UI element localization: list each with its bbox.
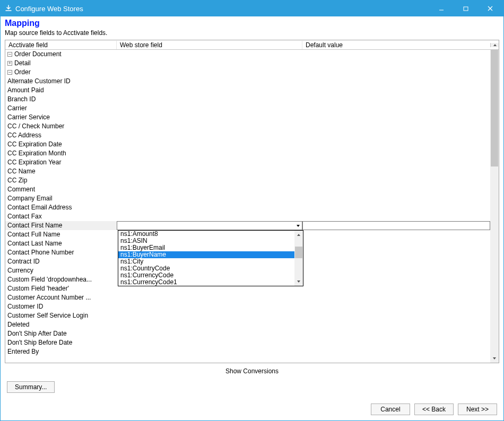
column-header-acctivate[interactable]: Acctivate field <box>5 41 117 49</box>
column-header-default[interactable]: Default value <box>302 41 490 49</box>
dropdown-option[interactable]: ns1:BuyerName <box>118 251 294 258</box>
window-controls <box>429 1 502 16</box>
dropdown-scrollbar[interactable] <box>294 231 303 286</box>
scroll-down-icon[interactable] <box>490 354 499 363</box>
tree-row-field-13[interactable]: Company Email <box>5 194 490 203</box>
page-title: Mapping <box>5 19 498 28</box>
dialog-footer: Summary... Cancel << Back Next >> <box>1 378 503 420</box>
tree-label: CC Expiration Month <box>7 149 66 158</box>
page-subtitle: Map source fields to Acctivate fields. <box>5 29 498 37</box>
expand-icon[interactable]: + <box>7 61 12 66</box>
dropdown-option[interactable]: ns1:ASIN <box>118 238 294 244</box>
tree-label: Amount Paid <box>7 86 44 95</box>
tree-row-field-16[interactable]: Contact First Name <box>5 221 490 230</box>
webstore-field-dropdown[interactable]: ns1:Amount8ns1:ASINns1:BuyerEmailns1:Buy… <box>118 230 303 286</box>
tree-row-field-10[interactable]: CC Name <box>5 167 490 176</box>
grid-body: −Order Document+Detail−OrderAlternate Cu… <box>5 50 499 363</box>
column-header-webstore[interactable]: Web store field <box>117 41 302 49</box>
chevron-down-icon[interactable] <box>293 222 302 230</box>
tree-label: Carrier Service <box>7 113 50 122</box>
tree-row-order[interactable]: −Order <box>5 68 490 77</box>
maximize-button[interactable] <box>454 1 478 16</box>
tree-row-field-11[interactable]: CC Zip <box>5 176 490 185</box>
dropdown-option[interactable]: ns1:Amount8 <box>118 231 294 238</box>
scroll-up-arrow[interactable] <box>490 43 499 47</box>
tree-label: Contract ID <box>7 257 40 266</box>
page-header: Mapping Map source fields to Acctivate f… <box>1 16 503 40</box>
tree-label: Customer ID <box>7 302 43 311</box>
dropdown-option[interactable]: ns1:CurrencyCode1 <box>118 279 294 286</box>
tree-label: Custom Field 'header' <box>7 284 69 293</box>
show-conversions-link[interactable]: Show Conversions <box>225 367 279 375</box>
dropdown-option[interactable]: ns1:BuyerEmail <box>118 244 294 251</box>
scroll-down-icon[interactable] <box>294 277 303 286</box>
tree-label: Currency <box>7 266 33 275</box>
svg-rect-1 <box>464 7 468 11</box>
back-button[interactable]: << Back <box>414 404 454 415</box>
tree-label: CC / Check Number <box>7 122 64 131</box>
combo-value[interactable] <box>117 222 293 230</box>
tree-row-field-1[interactable]: Amount Paid <box>5 86 490 95</box>
tree-row-field-3[interactable]: Carrier <box>5 104 490 113</box>
tree-label: CC Expiration Date <box>7 140 62 149</box>
tree-row-field-9[interactable]: CC Expiration Year <box>5 158 490 167</box>
tree-label: Contact Full Name <box>7 230 60 239</box>
tree-row-field-2[interactable]: Branch ID <box>5 95 490 104</box>
dropdown-option[interactable]: ns1:CountryCode <box>118 265 294 272</box>
tree-row-field-25[interactable]: Customer ID <box>5 302 490 311</box>
collapse-icon[interactable]: − <box>7 70 12 75</box>
download-icon <box>5 5 12 12</box>
tree-label: Customer Account Number ... <box>7 293 91 302</box>
tree-label: CC Zip <box>7 176 27 185</box>
default-value-input[interactable] <box>302 221 490 230</box>
dropdown-option[interactable]: ns1:City <box>118 258 294 265</box>
minimize-button[interactable] <box>429 1 454 16</box>
tree-label: Order Document <box>14 50 62 59</box>
tree-row-field-27[interactable]: Deleted <box>5 320 490 329</box>
tree-row-field-28[interactable]: Don't Ship After Date <box>5 329 490 338</box>
dropdown-scroll-thumb[interactable] <box>295 247 302 258</box>
tree-row-field-24[interactable]: Customer Account Number ... <box>5 293 490 302</box>
tree-row-field-29[interactable]: Don't Ship Before Date <box>5 338 490 347</box>
tree-label: Entered By <box>7 347 39 356</box>
tree-row-field-0[interactable]: Alternate Customer ID <box>5 77 490 86</box>
tree-label: Contact Email Address <box>7 203 72 212</box>
tree-label: Branch ID <box>7 95 36 104</box>
mapping-grid: Acctivate field Web store field Default … <box>5 40 499 363</box>
grid-scroll-thumb[interactable] <box>491 50 498 166</box>
tree-row-field-7[interactable]: CC Expiration Date <box>5 140 490 149</box>
tree-row-field-30[interactable]: Entered By <box>5 347 490 356</box>
grid-header: Acctivate field Web store field Default … <box>5 40 499 50</box>
tree-row-field-12[interactable]: Comment <box>5 185 490 194</box>
tree-label: Contact First Name <box>7 221 62 230</box>
tree-label: Don't Ship After Date <box>7 329 67 338</box>
cancel-button[interactable]: Cancel <box>371 404 410 415</box>
tree-row-root[interactable]: −Order Document <box>5 50 490 59</box>
show-conversions-row: Show Conversions <box>1 365 503 378</box>
tree-row-field-14[interactable]: Contact Email Address <box>5 203 490 212</box>
grid-vertical-scrollbar[interactable] <box>490 50 499 363</box>
tree-row-field-26[interactable]: Customer Self Service Login <box>5 311 490 320</box>
scroll-up-icon[interactable] <box>294 231 303 239</box>
window-title: Configure Web Stores <box>15 5 429 13</box>
close-button[interactable] <box>478 1 502 16</box>
tree-label: Don't Ship Before Date <box>7 338 72 347</box>
webstore-field-combo[interactable] <box>117 221 302 230</box>
tree-row-field-8[interactable]: CC Expiration Month <box>5 149 490 158</box>
tree-row-field-4[interactable]: Carrier Service <box>5 113 490 122</box>
tree-label: Contact Fax <box>7 212 42 221</box>
next-button[interactable]: Next >> <box>458 404 497 415</box>
tree-label: Company Email <box>7 194 53 203</box>
title-bar[interactable]: Configure Web Stores <box>1 1 503 16</box>
tree-row-field-6[interactable]: CC Address <box>5 131 490 140</box>
tree-row-field-5[interactable]: CC / Check Number <box>5 122 490 131</box>
tree-row-field-15[interactable]: Contact Fax <box>5 212 490 221</box>
dropdown-option[interactable]: ns1:CurrencyCode <box>118 272 294 279</box>
collapse-icon[interactable]: − <box>7 52 12 57</box>
tree-row-detail[interactable]: +Detail <box>5 59 490 68</box>
tree-label: Contact Last Name <box>7 239 62 248</box>
tree-label: Custom Field 'dropdownhea... <box>7 275 92 284</box>
tree-label: Detail <box>14 59 31 68</box>
tree-label: Contact Phone Number <box>7 248 74 257</box>
summary-button[interactable]: Summary... <box>7 381 55 393</box>
